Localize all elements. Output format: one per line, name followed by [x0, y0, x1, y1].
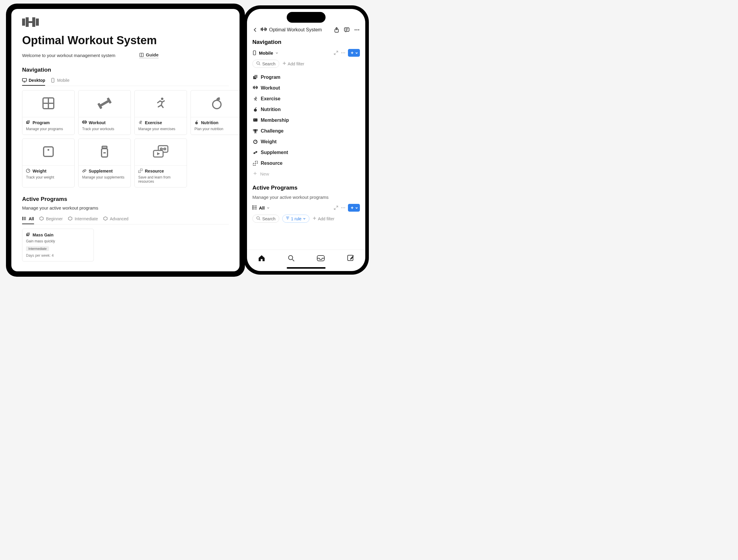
tab-label: Mobile [57, 78, 69, 83]
nav-item-supplement[interactable]: Supplement [252, 147, 360, 158]
svg-point-43 [22, 217, 23, 217]
svg-point-27 [195, 122, 198, 124]
svg-rect-18 [82, 121, 83, 123]
filter-rule-pill[interactable]: 1 rule [282, 214, 309, 223]
nav-item-membership[interactable]: Membership [252, 115, 360, 126]
tab-mobile[interactable]: Mobile [50, 76, 69, 86]
filter-intermediate[interactable]: Intermediate [68, 215, 98, 224]
nav-item-weight[interactable]: Weight [252, 136, 360, 147]
svg-point-38 [160, 148, 162, 150]
nav-view-tabs: Desktop Mobile [22, 76, 229, 86]
tab-compose[interactable] [347, 254, 355, 263]
phone-header-title: Optimal Workout System [269, 27, 322, 33]
plus-icon [282, 61, 286, 66]
nav-item-label: Resource [261, 161, 283, 166]
nav-item-workout[interactable]: Workout [252, 83, 360, 93]
nav-item-label: Workout [261, 85, 280, 91]
new-button[interactable] [348, 49, 360, 57]
mobile-icon [252, 50, 257, 55]
new-page-button[interactable]: New [252, 169, 360, 179]
nav-item-resource[interactable]: Resource [252, 158, 360, 169]
stack-icon [26, 232, 31, 237]
svg-rect-22 [86, 121, 87, 123]
tab-desktop[interactable]: Desktop [22, 76, 45, 86]
tab-inbox[interactable] [317, 255, 325, 263]
add-filter-button[interactable]: Add filter [282, 61, 304, 66]
guide-link-label: Guide [146, 52, 158, 57]
hexagon-icon [103, 216, 108, 221]
ap-view-label: All [259, 205, 265, 210]
back-button[interactable] [252, 27, 258, 33]
search-button[interactable]: Search [252, 60, 279, 68]
active-programs-title: Active Programs [22, 196, 229, 202]
svg-point-108 [341, 207, 342, 208]
nav-card-program[interactable]: Program Manage your programs [22, 90, 75, 135]
svg-point-71 [344, 53, 345, 53]
ap-more-button[interactable] [341, 205, 346, 210]
tab-home[interactable] [258, 254, 266, 263]
svg-point-110 [344, 207, 345, 208]
nav-card-supplement[interactable]: Supplement Manage your supplements [78, 138, 131, 187]
svg-point-113 [257, 217, 260, 219]
book-icon [139, 53, 144, 57]
svg-rect-55 [262, 27, 263, 31]
ap-add-filter-button[interactable]: Add filter [312, 216, 334, 221]
trophy-icon [253, 129, 258, 133]
apple-icon [210, 97, 224, 111]
card-desc: Plan your nutrition [195, 127, 239, 131]
nav-card-workout[interactable]: Workout Track your workouts [78, 90, 131, 135]
guide-link[interactable]: Guide [139, 52, 158, 58]
nav-card-weight[interactable]: Weight Track your weight [22, 138, 75, 187]
filter-beginner[interactable]: Beginner [39, 215, 63, 224]
active-programs-subtitle: Manage your active workout programs [22, 205, 229, 210]
program-card-title: Mass Gain [33, 232, 53, 237]
nav-card-exercise[interactable]: Exercise Manage your exercises [134, 90, 187, 135]
svg-rect-28 [44, 147, 53, 156]
svg-point-29 [47, 149, 49, 151]
phone-ap-subtitle: Manage your active workout programs [252, 195, 360, 200]
svg-rect-7 [22, 78, 27, 81]
svg-rect-3 [32, 17, 35, 27]
nav-card-nutrition[interactable]: Nutrition Plan your nutrition [191, 90, 240, 135]
nav-item-label: Weight [261, 139, 277, 144]
phone-nav-title: Navigation [252, 39, 360, 45]
more-button[interactable] [354, 27, 360, 33]
view-selector[interactable]: Mobile [252, 50, 279, 55]
chevron-down-icon [275, 50, 279, 55]
svg-rect-92 [254, 132, 257, 133]
nav-item-exercise[interactable]: Exercise [252, 93, 360, 104]
ap-search-button[interactable]: Search [252, 214, 279, 223]
ap-new-button[interactable] [348, 204, 360, 212]
nav-item-challenge[interactable]: Challenge [252, 126, 360, 136]
svg-rect-9 [52, 78, 54, 82]
barbell-logo-icon [22, 17, 39, 27]
svg-point-47 [22, 219, 23, 220]
filter-all[interactable]: All [22, 215, 34, 224]
bottle-icon [98, 145, 111, 159]
nav-item-label: Membership [261, 118, 289, 123]
nav-item-nutrition[interactable]: Nutrition [252, 104, 360, 115]
svg-point-104 [253, 209, 253, 209]
expand-button[interactable] [334, 50, 338, 55]
nav-item-program[interactable]: Program [252, 72, 360, 83]
filter-advanced[interactable]: Advanced [103, 215, 128, 224]
running-icon [154, 97, 167, 111]
view-more-button[interactable] [341, 50, 346, 55]
nav-card-resource[interactable]: Resource Save and learn from resources [134, 138, 187, 187]
pill-icon [82, 169, 87, 173]
card-desc: Manage your exercises [138, 127, 183, 131]
program-card-mass-gain[interactable]: Mass Gain Gain mass quickly Intermediate… [22, 229, 94, 261]
tab-search[interactable] [287, 254, 295, 263]
svg-point-39 [164, 148, 166, 150]
card-desc: Manage your programs [26, 127, 71, 131]
share-button[interactable] [334, 27, 340, 33]
svg-line-75 [259, 64, 260, 65]
comment-button[interactable] [344, 27, 350, 33]
hexagon-icon [68, 216, 73, 221]
svg-rect-66 [253, 51, 256, 55]
barbell-icon [261, 27, 267, 33]
dumbbell-icon [97, 96, 112, 112]
ap-expand-button[interactable] [334, 205, 338, 210]
nav-item-label: Exercise [261, 96, 281, 101]
ap-view-selector[interactable]: All [252, 205, 270, 210]
